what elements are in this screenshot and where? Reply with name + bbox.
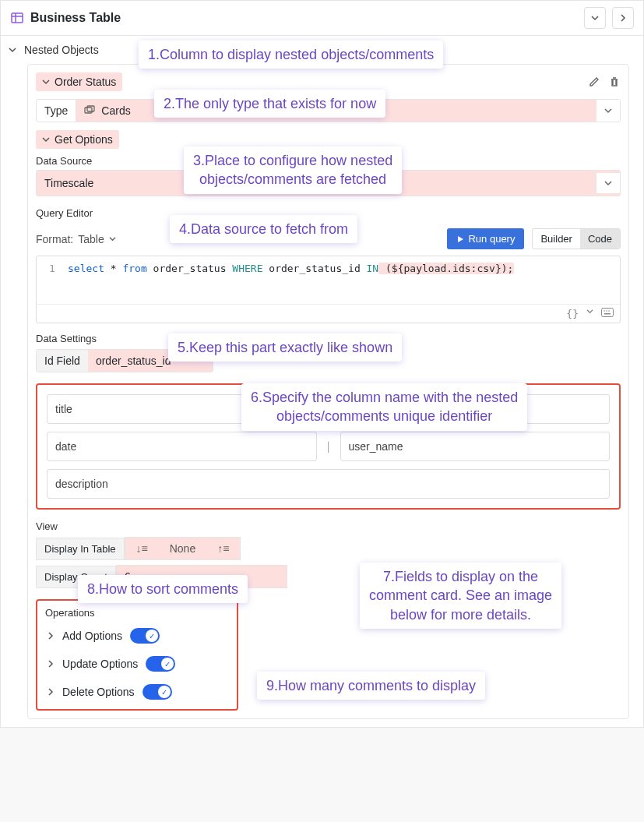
chevron-right-icon[interactable] — [47, 660, 55, 668]
annotation-3: 3.Place to configure how nested objects/… — [184, 146, 402, 194]
code-tab[interactable]: Code — [580, 229, 620, 249]
order-status-pill[interactable]: Order Status — [36, 72, 122, 91]
sort-none[interactable]: None — [159, 538, 206, 559]
panel-next-button[interactable] — [612, 7, 634, 29]
add-options-row[interactable]: Add Options — [45, 622, 229, 650]
display-in-table-label: Display In Table — [36, 538, 125, 560]
builder-tab[interactable]: Builder — [533, 229, 579, 249]
svg-point-8 — [608, 310, 610, 312]
builder-code-toggle[interactable]: Builder Code — [532, 228, 621, 249]
annotation-7: 7.Fields to display on the comment card.… — [360, 563, 561, 629]
order-status-label: Order Status — [55, 76, 116, 88]
table-icon — [10, 11, 24, 25]
keyboard-icon[interactable] — [601, 308, 614, 319]
type-value-text: Cards — [101, 104, 130, 117]
svg-rect-0 — [12, 13, 23, 23]
svg-rect-3 — [85, 108, 92, 113]
add-options-toggle[interactable] — [130, 628, 160, 644]
format-label: Format: — [36, 233, 73, 245]
sql-content[interactable]: select * from order_status WHERE order_s… — [68, 263, 620, 274]
svg-rect-9 — [604, 313, 611, 315]
get-options-pill[interactable]: Get Options — [36, 130, 119, 149]
delete-icon[interactable] — [608, 76, 621, 88]
chevron-down-icon[interactable] — [596, 102, 620, 119]
operations-box: Operations Add Options Update Options De… — [36, 599, 238, 711]
delete-options-row[interactable]: Delete Options — [45, 678, 229, 706]
update-options-row[interactable]: Update Options — [45, 650, 229, 678]
annotation-1: 1.Column to display nested objects/comme… — [139, 41, 443, 69]
chevron-down-icon[interactable] — [109, 235, 116, 242]
line-number: 1 — [37, 263, 68, 274]
svg-point-7 — [606, 310, 607, 312]
sort-asc-icon[interactable]: ↑≡ — [206, 538, 240, 559]
annotation-2: 2.The only type that exists for now — [154, 90, 385, 118]
view-title: View — [36, 520, 621, 532]
field-username-input[interactable]: user_name — [340, 432, 611, 461]
annotation-9: 9.How many comments to display — [257, 672, 485, 700]
get-options-label: Get Options — [55, 133, 113, 146]
field-description-input[interactable]: description — [47, 469, 610, 499]
delete-options-toggle[interactable] — [143, 684, 172, 700]
annotation-8: 8.How to sort comments — [78, 575, 248, 603]
svg-rect-5 — [602, 309, 614, 317]
id-field-label: Id Field — [37, 350, 88, 372]
run-query-button[interactable]: Run query — [447, 228, 524, 249]
annotation-5: 5.Keep this part exactly like shown — [168, 333, 402, 362]
svg-rect-4 — [87, 106, 94, 111]
type-label: Type — [37, 100, 76, 122]
update-options-label: Update Options — [62, 658, 138, 670]
nested-objects-label: Nested Objects — [24, 44, 99, 56]
chevron-down-icon[interactable] — [586, 308, 593, 319]
delete-options-label: Delete Options — [62, 686, 135, 698]
run-query-label: Run query — [468, 233, 515, 245]
play-icon — [456, 235, 464, 243]
chevron-right-icon[interactable] — [47, 688, 55, 696]
order-status-row: Order Status — [36, 72, 621, 91]
braces-icon[interactable]: {} — [566, 308, 579, 319]
chevron-down-icon — [42, 78, 50, 86]
code-editor-footer: {} — [37, 304, 620, 323]
annotation-6: 6.Specify the column name with the neste… — [241, 383, 527, 431]
svg-point-6 — [604, 310, 605, 312]
chevron-down-icon[interactable] — [596, 173, 620, 193]
format-value[interactable]: Table — [78, 233, 104, 245]
panel-header: Business Table — [0, 0, 644, 36]
sort-desc-icon[interactable]: ↓≡ — [125, 538, 159, 559]
field-separator: | — [317, 432, 340, 461]
chevron-down-icon — [42, 136, 50, 143]
chevron-down-icon[interactable] — [7, 46, 18, 54]
query-code-editor[interactable]: 1 select * from order_status WHERE order… — [36, 256, 621, 323]
sort-toggle[interactable]: ↓≡ None ↑≡ — [125, 537, 241, 560]
add-options-label: Add Options — [62, 630, 122, 642]
edit-icon[interactable] — [588, 76, 600, 88]
update-options-toggle[interactable] — [146, 656, 175, 672]
field-date-input[interactable]: date — [47, 432, 317, 461]
panel-collapse-button[interactable] — [584, 7, 606, 29]
chevron-right-icon[interactable] — [47, 632, 55, 640]
operations-title: Operations — [45, 607, 229, 619]
panel-title: Business Table — [30, 11, 578, 25]
cards-icon — [84, 105, 95, 116]
annotation-4: 4.Data source to fetch from — [170, 215, 357, 243]
